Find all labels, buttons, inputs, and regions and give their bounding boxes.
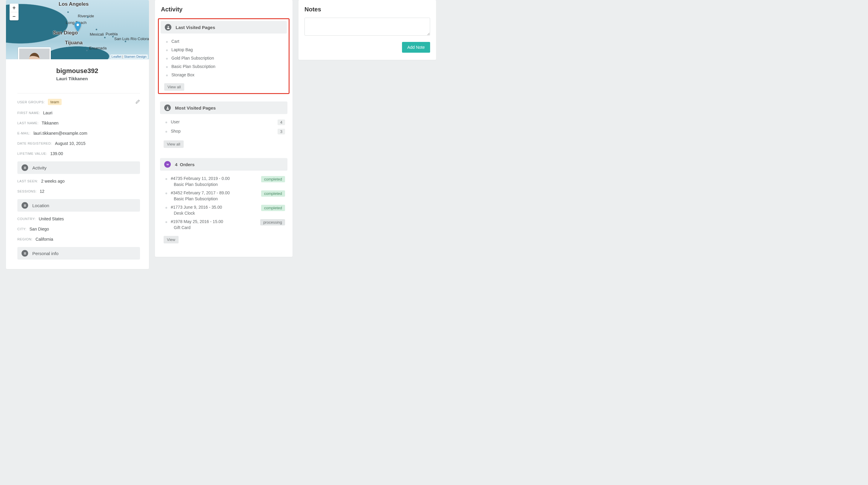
visited-page-item[interactable]: Laptop Bag	[166, 46, 284, 54]
order-status: completed	[261, 205, 285, 211]
map-city-sanluis: San Luis Río Colorado	[114, 36, 149, 41]
order-item[interactable]: #1773 June 9, 2016 - 35.00 Desk Clock co…	[165, 203, 285, 217]
user-group-tag[interactable]: team	[48, 99, 62, 105]
email-label: E-MAIL:	[17, 132, 31, 135]
section-activity[interactable]: Activity	[17, 161, 140, 174]
location-map[interactable]: Los Angeles Riverside Long Beach San Die…	[6, 0, 149, 59]
notes-card: Notes Add Note	[299, 0, 436, 60]
user-icon	[165, 24, 172, 31]
last-seen-label: LAST SEEN:	[17, 179, 38, 183]
last-visited-title: Last Visited Pages	[176, 25, 215, 30]
date-registered-value: August 10, 2015	[55, 141, 86, 146]
note-textarea[interactable]	[305, 18, 430, 36]
last-seen-value: 2 weeks ago	[41, 179, 65, 183]
map-city-la: Los Angeles	[59, 1, 89, 7]
user-icon	[164, 105, 171, 111]
city-label: CITY:	[17, 227, 27, 231]
visited-page-item[interactable]: Basic Plan Subscription	[166, 62, 284, 70]
add-note-button[interactable]: Add Note	[402, 42, 430, 53]
sessions-label: SESSIONS:	[17, 190, 37, 193]
user-groups-label: USER GROUPS:	[17, 100, 45, 104]
region-value: California	[36, 237, 53, 241]
edit-groups-icon[interactable]	[135, 99, 140, 105]
visit-count: 3	[278, 129, 285, 135]
personal-section-icon	[22, 250, 28, 257]
order-status: completed	[261, 176, 285, 182]
section-activity-title: Activity	[32, 165, 46, 170]
leaflet-link[interactable]: Leaflet	[112, 55, 121, 58]
view-all-last-visited-button[interactable]: View all	[164, 83, 184, 91]
avatar	[18, 47, 51, 59]
view-orders-button[interactable]: View	[164, 236, 179, 244]
most-visited-title: Most Visited Pages	[175, 105, 216, 111]
zoom-out-button[interactable]: –	[9, 12, 19, 20]
map-attribution: Leaflet | Stamen Design	[111, 55, 148, 59]
section-personal-title: Personal info	[32, 251, 59, 256]
country-label: COUNTRY:	[17, 217, 36, 221]
most-visited-item[interactable]: Shop 3	[165, 127, 285, 136]
email-value: lauri.tikkanen@example.com	[33, 131, 87, 136]
activity-card: Activity Last Visited Pages Cart Laptop …	[155, 0, 292, 257]
last-name-label: LAST NAME:	[17, 121, 39, 125]
map-city-tijuana: Tijuana	[65, 40, 83, 46]
order-status: completed	[261, 191, 285, 197]
first-name-value: Lauri	[43, 111, 52, 115]
most-visited-panel: Most Visited Pages User 4 Shop 3 View al…	[158, 99, 289, 150]
section-location[interactable]: Location	[17, 199, 140, 212]
svg-point-14	[167, 26, 169, 27]
visit-count: 4	[278, 119, 285, 125]
notes-title: Notes	[305, 6, 430, 13]
visited-page-item[interactable]: Cart	[166, 37, 284, 46]
zoom-in-button[interactable]: +	[9, 4, 19, 12]
region-label: REGION:	[17, 237, 33, 241]
orders-count: 4	[175, 162, 177, 167]
profile-username: bigmouse392	[56, 67, 141, 75]
orders-panel: W 4 Orders #4735 February 11, 2019 - 0.0…	[158, 156, 289, 246]
stamen-link[interactable]: Stamen Design	[124, 55, 147, 58]
ltv-value: 139.00	[50, 151, 63, 156]
activity-section-icon	[22, 164, 28, 171]
order-status: processing	[260, 219, 285, 225]
map-city-ensenada: Ensenada	[89, 46, 107, 50]
svg-point-0	[76, 24, 79, 26]
svg-text:W: W	[166, 163, 169, 166]
map-pin-icon	[74, 22, 81, 29]
profile-fullname: Lauri Tikkanen	[56, 76, 141, 81]
svg-point-15	[167, 107, 168, 108]
city-value: San Diego	[30, 227, 49, 231]
last-name-value: Tikkanen	[41, 121, 58, 125]
order-item[interactable]: #3452 February 7, 2017 - 89.00 Basic Pla…	[165, 189, 285, 203]
profile-card: Los Angeles Riverside Long Beach San Die…	[6, 0, 149, 269]
last-visited-panel: Last Visited Pages Cart Laptop Bag Gold …	[158, 18, 289, 94]
view-all-most-visited-button[interactable]: View all	[164, 140, 184, 148]
order-item[interactable]: #1978 May 25, 2016 - 15.00 Gift Card pro…	[165, 217, 285, 232]
map-city-riverside: Riverside	[78, 14, 94, 18]
woocommerce-icon: W	[164, 161, 171, 168]
date-registered-label: DATE REGISTERED:	[17, 142, 52, 145]
section-personal[interactable]: Personal info	[17, 247, 140, 260]
most-visited-item[interactable]: User 4	[165, 118, 285, 127]
activity-title: Activity	[158, 6, 289, 18]
country-value: United States	[39, 217, 64, 221]
section-location-title: Location	[32, 203, 49, 208]
map-city-puebla: Puebla	[105, 32, 118, 36]
order-item[interactable]: #4735 February 11, 2019 - 0.00 Basic Pla…	[165, 174, 285, 189]
map-zoom-control: + –	[9, 4, 19, 20]
visited-page-item[interactable]: Gold Plan Subscription	[166, 54, 284, 62]
map-city-mexicali: Mexicali	[90, 32, 104, 36]
sessions-value: 12	[40, 189, 44, 194]
first-name-label: FIRST NAME:	[17, 111, 40, 115]
visited-page-item[interactable]: Storage Box	[166, 70, 284, 79]
location-section-icon	[22, 202, 28, 209]
orders-title: Orders	[180, 162, 194, 167]
ltv-label: LIFETIME VALUE:	[17, 152, 47, 155]
